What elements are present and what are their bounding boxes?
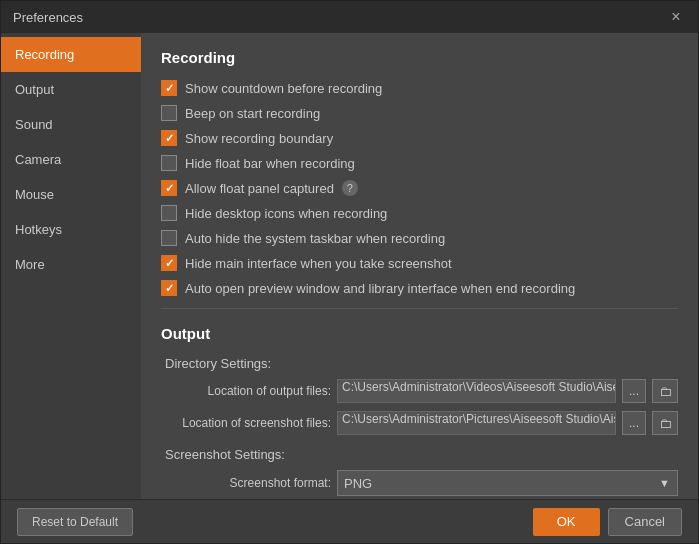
checkbox-row-5: Allow float panel captured ? <box>161 180 678 196</box>
title-bar: Preferences × <box>1 1 698 33</box>
sidebar-item-output[interactable]: Output <box>1 72 141 107</box>
directory-settings: Directory Settings: Location of output f… <box>161 356 678 435</box>
checkbox-row-6: Hide desktop icons when recording <box>161 205 678 221</box>
screenshot-settings: Screenshot Settings: Screenshot format: … <box>161 447 678 496</box>
checkbox-hide-float-bar[interactable] <box>161 155 177 171</box>
ok-button[interactable]: OK <box>533 508 600 536</box>
checkbox-label-auto-open-preview: Auto open preview window and library int… <box>185 281 575 296</box>
format-select-wrapper: PNG JPG BMP GIF <box>337 470 678 496</box>
sidebar-item-sound[interactable]: Sound <box>1 107 141 142</box>
content-area: Recording Show countdown before recordin… <box>141 33 698 499</box>
recording-section-title: Recording <box>161 49 678 66</box>
output-section-title: Output <box>161 325 678 342</box>
screenshot-files-label: Location of screenshot files: <box>161 416 331 430</box>
format-row: Screenshot format: PNG JPG BMP GIF <box>161 470 678 496</box>
checkbox-row-1: Show countdown before recording <box>161 80 678 96</box>
sidebar-item-hotkeys[interactable]: Hotkeys <box>1 212 141 247</box>
screenshot-files-input[interactable]: C:\Users\Administrator\Pictures\Aiseesof… <box>337 411 616 435</box>
bottom-right-buttons: OK Cancel <box>533 508 682 536</box>
checkbox-label-auto-hide-taskbar: Auto hide the system taskbar when record… <box>185 231 445 246</box>
screenshot-format-select[interactable]: PNG JPG BMP GIF <box>337 470 678 496</box>
dialog-title: Preferences <box>13 10 83 25</box>
bottom-bar: Reset to Default OK Cancel <box>1 499 698 543</box>
sidebar-item-camera[interactable]: Camera <box>1 142 141 177</box>
checkbox-row-3: Show recording boundary <box>161 130 678 146</box>
output-section: Output Directory Settings: Location of o… <box>161 325 678 496</box>
checkbox-label-show-boundary: Show recording boundary <box>185 131 333 146</box>
checkbox-hide-main-interface[interactable] <box>161 255 177 271</box>
checkbox-row-4: Hide float bar when recording <box>161 155 678 171</box>
output-files-input[interactable]: C:\Users\Administrator\Videos\Aiseesoft … <box>337 379 616 403</box>
checkbox-label-hide-float-bar: Hide float bar when recording <box>185 156 355 171</box>
sidebar-item-recording[interactable]: Recording <box>1 37 141 72</box>
checkbox-row-2: Beep on start recording <box>161 105 678 121</box>
checkbox-row-9: Auto open preview window and library int… <box>161 280 678 296</box>
screenshot-files-dots-button[interactable]: ... <box>622 411 646 435</box>
output-files-dots-button[interactable]: ... <box>622 379 646 403</box>
close-button[interactable]: × <box>666 7 686 27</box>
preferences-dialog: Preferences × Recording Output Sound Cam… <box>0 0 699 544</box>
folder-icon-2: 🗀 <box>659 416 672 431</box>
checkbox-label-allow-float-panel: Allow float panel captured <box>185 181 334 196</box>
folder-icon: 🗀 <box>659 384 672 399</box>
screenshot-settings-title: Screenshot Settings: <box>165 447 678 462</box>
checkbox-show-countdown[interactable] <box>161 80 177 96</box>
directory-settings-title: Directory Settings: <box>165 356 678 371</box>
checkbox-allow-float-panel[interactable] <box>161 180 177 196</box>
help-icon-float-panel[interactable]: ? <box>342 180 358 196</box>
checkbox-row-8: Hide main interface when you take screen… <box>161 255 678 271</box>
output-files-row: Location of output files: C:\Users\Admin… <box>161 379 678 403</box>
checkbox-beep-start[interactable] <box>161 105 177 121</box>
checkbox-auto-hide-taskbar[interactable] <box>161 230 177 246</box>
checkbox-auto-open-preview[interactable] <box>161 280 177 296</box>
checkbox-show-boundary[interactable] <box>161 130 177 146</box>
checkbox-label-beep-start: Beep on start recording <box>185 106 320 121</box>
screenshot-files-folder-button[interactable]: 🗀 <box>652 411 678 435</box>
sidebar-item-mouse[interactable]: Mouse <box>1 177 141 212</box>
main-content: Recording Output Sound Camera Mouse Hotk… <box>1 33 698 499</box>
checkbox-hide-desktop-icons[interactable] <box>161 205 177 221</box>
reset-to-default-button[interactable]: Reset to Default <box>17 508 133 536</box>
checkbox-row-7: Auto hide the system taskbar when record… <box>161 230 678 246</box>
output-files-folder-button[interactable]: 🗀 <box>652 379 678 403</box>
sidebar-item-more[interactable]: More <box>1 247 141 282</box>
screenshot-files-row: Location of screenshot files: C:\Users\A… <box>161 411 678 435</box>
checkbox-label-hide-main-interface: Hide main interface when you take screen… <box>185 256 452 271</box>
checkbox-label-hide-desktop-icons: Hide desktop icons when recording <box>185 206 387 221</box>
sidebar: Recording Output Sound Camera Mouse Hotk… <box>1 33 141 499</box>
cancel-button[interactable]: Cancel <box>608 508 682 536</box>
format-label: Screenshot format: <box>161 476 331 490</box>
divider <box>161 308 678 309</box>
checkbox-label-show-countdown: Show countdown before recording <box>185 81 382 96</box>
output-files-label: Location of output files: <box>161 384 331 398</box>
